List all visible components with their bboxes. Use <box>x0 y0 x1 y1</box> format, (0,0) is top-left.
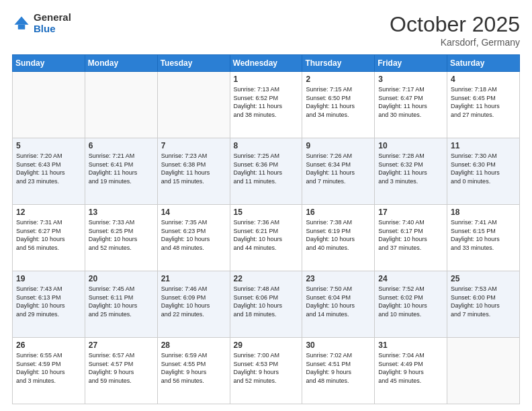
day-info: Sunrise: 7:52 AM Sunset: 6:02 PM Dayligh… <box>378 285 443 318</box>
day-info: Sunrise: 7:50 AM Sunset: 6:04 PM Dayligh… <box>306 285 371 318</box>
calendar-cell: 20Sunrise: 7:45 AM Sunset: 6:11 PM Dayli… <box>85 271 157 338</box>
day-info: Sunrise: 7:31 AM Sunset: 6:27 PM Dayligh… <box>16 218 81 252</box>
day-info: Sunrise: 7:17 AM Sunset: 6:47 PM Dayligh… <box>378 85 443 119</box>
calendar-cell: 26Sunrise: 6:55 AM Sunset: 4:59 PM Dayli… <box>13 338 85 404</box>
day-info: Sunrise: 7:26 AM Sunset: 6:34 PM Dayligh… <box>306 152 371 185</box>
header-saturday: Saturday <box>447 55 520 72</box>
calendar-cell: 8Sunrise: 7:25 AM Sunset: 6:36 PM Daylig… <box>230 138 302 205</box>
day-info: Sunrise: 7:23 AM Sunset: 6:38 PM Dayligh… <box>161 152 226 185</box>
day-info: Sunrise: 7:36 AM Sunset: 6:21 PM Dayligh… <box>234 218 299 252</box>
svg-rect-1 <box>18 24 26 29</box>
day-number: 15 <box>234 208 299 217</box>
day-number: 17 <box>378 208 443 217</box>
calendar-cell: 29Sunrise: 7:00 AM Sunset: 4:53 PM Dayli… <box>230 338 302 404</box>
header-monday: Monday <box>85 55 157 72</box>
day-number: 4 <box>451 75 516 84</box>
calendar-cell: 13Sunrise: 7:33 AM Sunset: 6:25 PM Dayli… <box>85 205 157 271</box>
logo-text: General Blue <box>34 12 71 34</box>
calendar-cell: 12Sunrise: 7:31 AM Sunset: 6:27 PM Dayli… <box>13 205 85 271</box>
day-info: Sunrise: 7:02 AM Sunset: 4:51 PM Dayligh… <box>306 351 371 385</box>
day-number: 9 <box>306 141 371 150</box>
calendar-cell: 10Sunrise: 7:28 AM Sunset: 6:32 PM Dayli… <box>375 138 447 205</box>
month-title: October 2025 <box>390 12 520 37</box>
calendar-cell: 22Sunrise: 7:48 AM Sunset: 6:06 PM Dayli… <box>230 271 302 338</box>
location: Karsdorf, Germany <box>390 37 520 48</box>
day-info: Sunrise: 7:38 AM Sunset: 6:19 PM Dayligh… <box>306 218 371 252</box>
calendar-cell <box>447 338 520 404</box>
calendar-cell: 9Sunrise: 7:26 AM Sunset: 6:34 PM Daylig… <box>302 138 375 205</box>
day-info: Sunrise: 7:15 AM Sunset: 6:50 PM Dayligh… <box>306 85 371 119</box>
day-info: Sunrise: 7:40 AM Sunset: 6:17 PM Dayligh… <box>378 218 443 252</box>
calendar-cell: 11Sunrise: 7:30 AM Sunset: 6:30 PM Dayli… <box>447 138 520 205</box>
day-info: Sunrise: 7:04 AM Sunset: 4:49 PM Dayligh… <box>378 351 443 385</box>
calendar-cell: 24Sunrise: 7:52 AM Sunset: 6:02 PM Dayli… <box>375 271 447 338</box>
day-info: Sunrise: 7:33 AM Sunset: 6:25 PM Dayligh… <box>89 218 154 252</box>
day-number: 7 <box>161 141 226 150</box>
week-row-3: 19Sunrise: 7:43 AM Sunset: 6:13 PM Dayli… <box>13 271 520 338</box>
week-row-4: 26Sunrise: 6:55 AM Sunset: 4:59 PM Dayli… <box>13 338 520 404</box>
day-number: 11 <box>451 141 516 150</box>
title-block: October 2025 Karsdorf, Germany <box>390 12 520 48</box>
day-number: 1 <box>234 75 299 84</box>
svg-marker-0 <box>15 16 29 24</box>
day-number: 26 <box>16 340 81 350</box>
day-number: 22 <box>234 274 299 283</box>
calendar-cell: 17Sunrise: 7:40 AM Sunset: 6:17 PM Dayli… <box>375 205 447 271</box>
day-number: 13 <box>89 208 154 217</box>
day-number: 14 <box>161 208 226 217</box>
calendar-cell: 4Sunrise: 7:18 AM Sunset: 6:45 PM Daylig… <box>447 72 520 138</box>
day-number: 5 <box>16 141 81 150</box>
day-number: 2 <box>306 75 371 84</box>
day-info: Sunrise: 7:25 AM Sunset: 6:36 PM Dayligh… <box>234 152 299 185</box>
logo-icon <box>12 14 31 33</box>
calendar-cell <box>13 72 85 138</box>
day-info: Sunrise: 6:59 AM Sunset: 4:55 PM Dayligh… <box>161 351 226 385</box>
day-info: Sunrise: 7:43 AM Sunset: 6:13 PM Dayligh… <box>16 285 81 318</box>
calendar-cell: 23Sunrise: 7:50 AM Sunset: 6:04 PM Dayli… <box>302 271 375 338</box>
header-row: Sunday Monday Tuesday Wednesday Thursday… <box>13 55 520 72</box>
day-info: Sunrise: 7:21 AM Sunset: 6:41 PM Dayligh… <box>89 152 154 185</box>
calendar-cell: 18Sunrise: 7:41 AM Sunset: 6:15 PM Dayli… <box>447 205 520 271</box>
calendar-cell: 7Sunrise: 7:23 AM Sunset: 6:38 PM Daylig… <box>157 138 230 205</box>
header-tuesday: Tuesday <box>157 55 230 72</box>
logo-general-text: General <box>34 12 71 24</box>
calendar-cell: 25Sunrise: 7:53 AM Sunset: 6:00 PM Dayli… <box>447 271 520 338</box>
day-number: 30 <box>306 340 371 350</box>
week-row-1: 5Sunrise: 7:20 AM Sunset: 6:43 PM Daylig… <box>13 138 520 205</box>
calendar-cell: 14Sunrise: 7:35 AM Sunset: 6:23 PM Dayli… <box>157 205 230 271</box>
calendar-table: Sunday Monday Tuesday Wednesday Thursday… <box>12 54 520 404</box>
day-number: 31 <box>378 340 443 350</box>
day-number: 28 <box>161 340 226 350</box>
day-number: 18 <box>451 208 516 217</box>
day-info: Sunrise: 7:18 AM Sunset: 6:45 PM Dayligh… <box>451 85 516 119</box>
calendar-cell: 1Sunrise: 7:13 AM Sunset: 6:52 PM Daylig… <box>230 72 302 138</box>
week-row-0: 1Sunrise: 7:13 AM Sunset: 6:52 PM Daylig… <box>13 72 520 138</box>
day-info: Sunrise: 7:30 AM Sunset: 6:30 PM Dayligh… <box>451 152 516 185</box>
day-number: 24 <box>378 274 443 283</box>
day-number: 29 <box>234 340 299 350</box>
calendar-cell: 16Sunrise: 7:38 AM Sunset: 6:19 PM Dayli… <box>302 205 375 271</box>
calendar-cell: 5Sunrise: 7:20 AM Sunset: 6:43 PM Daylig… <box>13 138 85 205</box>
day-info: Sunrise: 7:53 AM Sunset: 6:00 PM Dayligh… <box>451 285 516 318</box>
day-number: 8 <box>234 141 299 150</box>
calendar-cell: 30Sunrise: 7:02 AM Sunset: 4:51 PM Dayli… <box>302 338 375 404</box>
page: General Blue October 2025 Karsdorf, Germ… <box>0 0 532 411</box>
header-friday: Friday <box>375 55 447 72</box>
day-number: 12 <box>16 208 81 217</box>
header-wednesday: Wednesday <box>230 55 302 72</box>
day-info: Sunrise: 6:55 AM Sunset: 4:59 PM Dayligh… <box>16 351 81 385</box>
day-number: 20 <box>89 274 154 283</box>
day-number: 27 <box>89 340 154 350</box>
calendar-cell: 19Sunrise: 7:43 AM Sunset: 6:13 PM Dayli… <box>13 271 85 338</box>
logo-blue-text: Blue <box>34 24 71 35</box>
calendar-cell: 15Sunrise: 7:36 AM Sunset: 6:21 PM Dayli… <box>230 205 302 271</box>
calendar-cell: 27Sunrise: 6:57 AM Sunset: 4:57 PM Dayli… <box>85 338 157 404</box>
logo: General Blue <box>12 12 71 34</box>
day-number: 16 <box>306 208 371 217</box>
day-info: Sunrise: 7:35 AM Sunset: 6:23 PM Dayligh… <box>161 218 226 252</box>
calendar-cell <box>85 72 157 138</box>
day-info: Sunrise: 7:28 AM Sunset: 6:32 PM Dayligh… <box>378 152 443 185</box>
day-info: Sunrise: 6:57 AM Sunset: 4:57 PM Dayligh… <box>89 351 154 385</box>
day-info: Sunrise: 7:20 AM Sunset: 6:43 PM Dayligh… <box>16 152 81 185</box>
calendar-cell: 28Sunrise: 6:59 AM Sunset: 4:55 PM Dayli… <box>157 338 230 404</box>
